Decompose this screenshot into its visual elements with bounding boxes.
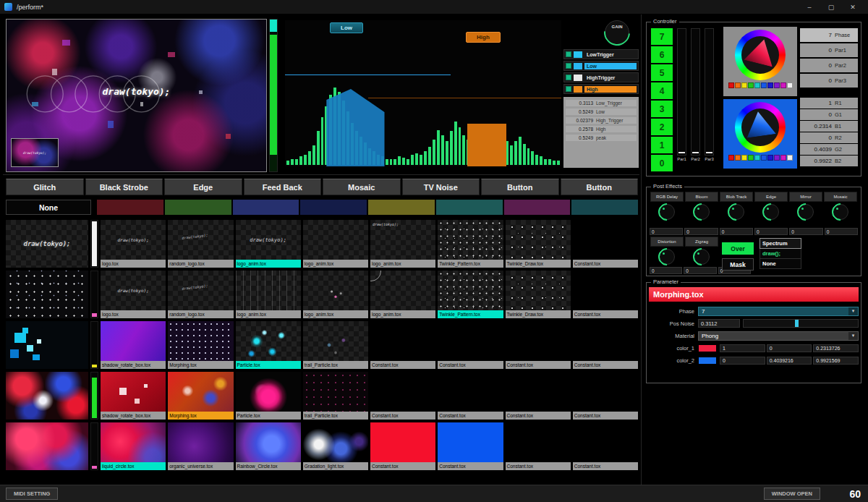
- color-value-field[interactable]: 0: [720, 357, 765, 365]
- clip-cell-logo-anim-tox[interactable]: logo_anim.tox: [303, 220, 368, 268]
- clip-cell-logo-tox[interactable]: draw(tokyo);logo.tox: [101, 220, 166, 268]
- knob-rgb-delay[interactable]: RGB Delay: [650, 192, 684, 220]
- color-swatch[interactable]: [774, 82, 780, 88]
- color1-swatch[interactable]: [698, 344, 717, 352]
- effect-value-field[interactable]: 0: [789, 228, 822, 235]
- clip-cell-constant-tox[interactable]: Constant.tox: [573, 372, 638, 420]
- effect-button-tv-noise[interactable]: TV Noise: [402, 179, 480, 195]
- knob-dial[interactable]: [798, 204, 814, 220]
- clip-cell-constant-tox[interactable]: Constant.tox: [573, 220, 638, 268]
- clip-cell-twinkle-pattern-tox[interactable]: Twinkle_Pattern.tox: [438, 271, 503, 318]
- knob-zigzag[interactable]: Zigzag: [684, 237, 719, 265]
- legend-item-lowtrigger[interactable]: LowTrigger: [563, 49, 639, 59]
- scene-button-5[interactable]: 5: [651, 64, 673, 81]
- color-swatch[interactable]: [728, 82, 734, 88]
- none-button[interactable]: None: [6, 200, 91, 215]
- color-value-field[interactable]: 0: [767, 344, 812, 352]
- knob-dial[interactable]: [728, 204, 744, 220]
- scene-button-1[interactable]: 1: [651, 137, 673, 153]
- color-value-field[interactable]: 0.4039216: [767, 357, 812, 365]
- high-threshold-line[interactable]: [368, 98, 561, 98]
- color-swatch[interactable]: [735, 155, 741, 161]
- clip-cell-trail-particle-tox[interactable]: trail_Particle.tox: [303, 372, 368, 420]
- color-value-field[interactable]: 1: [720, 344, 765, 352]
- color-swatch[interactable]: [741, 155, 747, 161]
- pos-noise-value[interactable]: 0.3112: [698, 319, 740, 328]
- effect-button-glitch[interactable]: Glitch: [6, 179, 84, 195]
- knob-mirror[interactable]: Mirror: [788, 192, 823, 220]
- effect-value-field[interactable]: 0: [754, 228, 788, 235]
- palette-swatch[interactable]: [571, 200, 638, 215]
- effect-value-field[interactable]: 0: [650, 228, 683, 235]
- palette-swatch[interactable]: [300, 200, 367, 215]
- effect-button-edge[interactable]: Edge: [164, 179, 242, 195]
- knob-mosaic[interactable]: Mosaic: [823, 192, 858, 220]
- clip-cell-logo-anim-tox[interactable]: logo_anim.tox: [370, 271, 435, 318]
- field-value[interactable]: 0.9922: [800, 158, 835, 164]
- clip-cell-trail-particle-tox[interactable]: trail_Particle.tox: [303, 321, 368, 369]
- clip-cell-shadow-rotate-box-tox[interactable]: shadow_rotate_box.tox: [101, 372, 166, 420]
- scene-button-3[interactable]: 3: [651, 101, 673, 117]
- knob-dial[interactable]: [659, 249, 675, 265]
- field-value[interactable]: 0: [800, 47, 835, 54]
- scene-button-2[interactable]: 2: [651, 119, 673, 135]
- color-swatch[interactable]: [780, 155, 786, 161]
- low-threshold-line[interactable]: [285, 75, 451, 75]
- color-swatch[interactable]: [767, 155, 773, 161]
- effect-value-field[interactable]: 0: [720, 228, 753, 235]
- field-value[interactable]: 7: [800, 32, 835, 38]
- pos-noise-slider-handle[interactable]: [795, 320, 799, 327]
- midi-setting-button[interactable]: MIDI SETTING: [6, 488, 58, 500]
- low-band-tab[interactable]: Low: [330, 22, 363, 33]
- clip-cell-constant-tox[interactable]: Constant.tox: [573, 422, 638, 470]
- over-button[interactable]: Over: [722, 242, 754, 255]
- checkbox-icon[interactable]: [566, 86, 571, 92]
- effect-value-field[interactable]: 0: [684, 228, 718, 235]
- clip-cell-rainbow-circle-tox[interactable]: Rainbow_Circle.tox: [236, 422, 301, 470]
- clip-cell-logo-anim-tox[interactable]: logo_anim.tox: [236, 271, 301, 318]
- clip-cell-particle-tox[interactable]: Particle.tox: [236, 372, 301, 420]
- clip-cell-constant-tox[interactable]: Constant.tox: [506, 372, 571, 420]
- hue-wheel-2[interactable]: [735, 102, 786, 153]
- color-swatch[interactable]: [787, 82, 793, 88]
- fader-handle[interactable]: [678, 152, 685, 153]
- knob-dial[interactable]: [659, 204, 675, 220]
- effect-value-field[interactable]: 0: [825, 228, 858, 235]
- palette-swatch[interactable]: [233, 200, 299, 215]
- fader-track[interactable]: [705, 28, 714, 156]
- clip-cell-constant-tox[interactable]: Constant.tox: [370, 321, 435, 369]
- spectrum-source-draw[interactable]: draw();: [760, 249, 801, 259]
- legend-item-low[interactable]: Low: [563, 61, 639, 71]
- scene-button-7[interactable]: 7: [651, 28, 673, 45]
- scene-button-6[interactable]: 6: [651, 46, 673, 63]
- clip-cell-shadow-rotate-box-tox[interactable]: shadow_rotate_box.tox: [101, 321, 166, 369]
- color-swatch[interactable]: [787, 155, 793, 161]
- checkbox-icon[interactable]: [566, 63, 571, 69]
- clip-cell-twinkle-draw-tox[interactable]: Twinkle_Draw.tox: [506, 220, 571, 268]
- clip-cell-logo-tox[interactable]: draw(tokyo);logo.tox: [101, 271, 166, 318]
- scene-button-0[interactable]: 0: [651, 155, 673, 171]
- clip-cell-organic-universe-tox[interactable]: organic_universe.tox: [168, 422, 233, 470]
- color-swatch[interactable]: [774, 155, 780, 161]
- legend-item-high[interactable]: High: [563, 84, 639, 94]
- color-swatch[interactable]: [780, 82, 786, 88]
- effect-button-black-strobe[interactable]: Black Strobe: [85, 179, 163, 195]
- effect-value-field[interactable]: 0: [650, 267, 682, 274]
- clip-cell-constant-tox[interactable]: Constant.tox: [438, 372, 503, 420]
- clip-cell-morphing-tox[interactable]: Morphing.tox: [168, 372, 233, 420]
- color-value-field[interactable]: 0.9921569: [813, 357, 859, 365]
- palette-swatch[interactable]: [368, 200, 435, 215]
- window-open-button[interactable]: WINDOW OPEN: [764, 488, 820, 500]
- clip-cell-constant-tox[interactable]: Constant.tox: [438, 321, 503, 369]
- checkbox-icon[interactable]: [566, 51, 571, 57]
- clip-cell-liquid-circle-tox[interactable]: liquid_circle.tox: [101, 422, 166, 470]
- legend-item-hightrigger[interactable]: HighTrigger: [563, 72, 639, 82]
- effect-button-button[interactable]: Button: [561, 179, 639, 195]
- clip-cell-logo-anim-tox[interactable]: draw(tokyo);logo_anim.tox: [370, 220, 435, 268]
- knob-dial[interactable]: [694, 249, 710, 265]
- knob-edge[interactable]: Edge: [754, 192, 788, 220]
- field-value[interactable]: 0: [800, 135, 835, 141]
- hue-wheel-1[interactable]: [735, 30, 786, 80]
- material-dropdown[interactable]: Phong: [698, 331, 859, 341]
- high-band-tab[interactable]: High: [466, 32, 501, 43]
